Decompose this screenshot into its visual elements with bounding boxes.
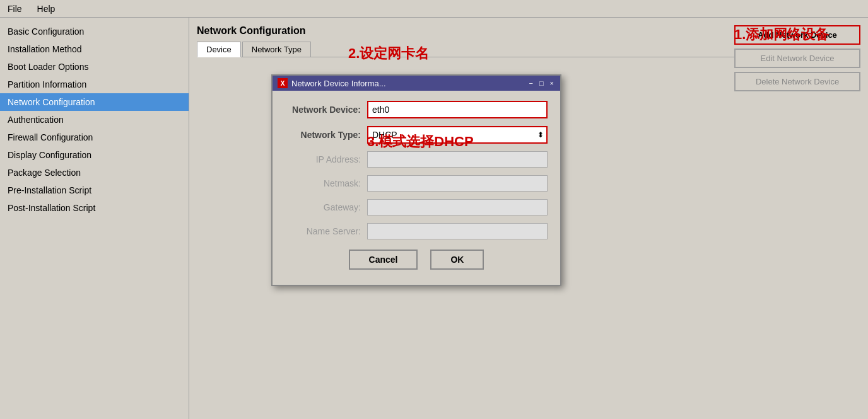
ip-address-field: IP Address: [285,151,548,168]
edit-network-device-button: Edit Network Device [734,49,860,68]
cancel-button[interactable]: Cancel [349,250,418,270]
sidebar-item-install-method[interactable]: Installation Method [0,40,189,58]
ip-address-label: IP Address: [285,154,367,164]
sidebar-item-display-config[interactable]: Display Configuration [0,146,189,164]
main-layout: Basic Configuration Installation Method … [0,18,868,419]
name-server-input [367,223,548,239]
dialog-minimize-button[interactable]: − [527,79,534,87]
network-device-input[interactable] [367,101,548,118]
dialog-titlebar: X Network Device Informa... − □ × [273,76,560,91]
delete-network-device-button: Delete Network Device [734,72,860,91]
sidebar-item-boot-loader[interactable]: Boot Loader Options [0,58,189,76]
network-type-select[interactable]: DHCP Static IP BOOTP [368,127,546,142]
network-device-label: Network Device: [285,105,367,115]
ok-button[interactable]: OK [430,250,484,270]
menu-file[interactable]: File [0,3,30,15]
gateway-field: Gateway: [285,199,548,215]
name-server-label: Name Server: [285,226,367,236]
tab-device[interactable]: Device [197,42,241,57]
menu-help[interactable]: Help [30,3,63,15]
sidebar-item-authentication[interactable]: Authentication [0,111,189,129]
network-type-label: Network Type: [285,130,367,140]
netmask-label: Netmask: [285,178,367,188]
network-device-dialog: 2.设定网卡名 X Network Device Informa... − □ … [271,74,561,286]
sidebar-item-post-install[interactable]: Post-Installation Script [0,199,189,217]
right-panel: 1.添加网络设备 Add Network Device Edit Network… [734,25,860,91]
dialog-button-row: Cancel OK [285,250,548,275]
network-device-field: Network Device: [285,101,548,118]
gateway-input [367,199,548,215]
dialog-titlebar-left: X Network Device Informa... [278,78,386,88]
dialog-close-button[interactable]: × [549,79,555,87]
tab-network-type[interactable]: Network Type [242,42,311,57]
dialog-controls: − □ × [527,79,555,87]
ip-address-input [367,151,548,168]
sidebar-item-pre-install[interactable]: Pre-Installation Script [0,181,189,199]
dialog-app-icon: X [278,78,288,88]
dialog-maximize-button[interactable]: □ [538,79,545,87]
sidebar: Basic Configuration Installation Method … [0,18,189,419]
sidebar-item-package-selection[interactable]: Package Selection [0,164,189,181]
name-server-field: Name Server: [285,223,548,239]
network-type-field: Network Type: DHCP Static IP BOOTP ⬍ [285,126,548,144]
sidebar-item-firewall-config[interactable]: Firewall Configuration [0,129,189,146]
content-area: Network Configuration Device Network Typ… [189,18,868,419]
add-network-device-button[interactable]: Add Network Device [734,25,860,45]
dialog-body: Network Device: Network Type: DHCP Stati… [273,91,560,285]
sidebar-item-basic-config[interactable]: Basic Configuration [0,23,189,40]
menubar: File Help [0,0,868,18]
netmask-input [367,175,548,192]
sidebar-item-partition-info[interactable]: Partition Information [0,76,189,93]
netmask-field: Netmask: [285,175,548,192]
network-type-select-wrapper: DHCP Static IP BOOTP ⬍ [367,126,548,144]
gateway-label: Gateway: [285,202,367,212]
sidebar-item-network-config[interactable]: Network Configuration [0,93,189,111]
dialog-title: Network Device Informa... [291,79,386,88]
